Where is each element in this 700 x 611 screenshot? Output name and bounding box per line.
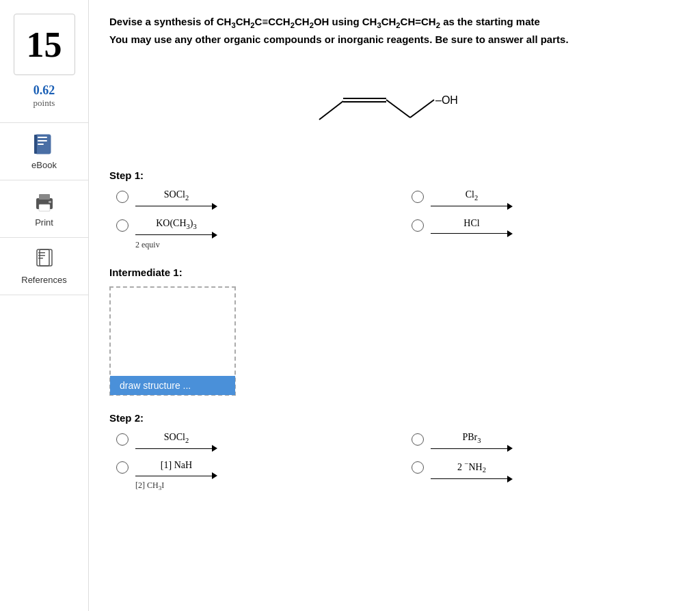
sidebar-item-ebook[interactable]: eBook: [0, 122, 88, 180]
step2-option-socl2: SOCl2: [116, 432, 384, 452]
step1-option-hcl: HCl: [412, 218, 679, 250]
step2-reagent-pbr3: PBr3: [431, 432, 513, 452]
draw-structure-box[interactable]: draw structure ...: [109, 286, 236, 396]
step2-arrow-nh2: [431, 476, 513, 483]
step2-reagent-nh2-text: 2 −NH2: [457, 460, 486, 474]
step1-radio-koch3[interactable]: [116, 219, 129, 232]
svg-rect-2: [38, 140, 47, 141]
step2-reagent-socl2: SOCl2: [135, 432, 217, 452]
svg-rect-1: [38, 137, 47, 138]
svg-rect-11: [38, 252, 45, 254]
step1-radio-hcl[interactable]: [412, 219, 424, 232]
step2-option-nah: [1] NaH [2] CH3I: [116, 460, 384, 491]
step2-reagent-ch3i-text: [2] CH3I: [135, 480, 164, 491]
print-label: Print: [35, 217, 53, 228]
intermediate1-label: Intermediate 1:: [109, 267, 679, 278]
step1-reagent-koch3-text: KO(CH3)3: [156, 218, 197, 230]
molecule-diagram: –OH: [109, 62, 679, 150]
ebook-label: eBook: [31, 160, 57, 170]
svg-rect-13: [38, 258, 43, 259]
step1-reagent-cl2-text: Cl2: [466, 189, 478, 202]
svg-rect-4: [34, 135, 37, 154]
draw-btn-label: draw structure ...: [120, 380, 191, 391]
draw-structure-button[interactable]: draw structure ...: [110, 376, 235, 395]
step2-reagent-nh2: 2 −NH2: [431, 460, 513, 482]
question-text: Devise a synthesis of CH3CH2C≡CCH2CH2OH …: [109, 14, 679, 48]
svg-rect-3: [38, 144, 44, 145]
step1-arrow-cl2: [431, 203, 513, 210]
svg-rect-7: [39, 204, 50, 211]
step1-reagent-cl2: Cl2: [431, 189, 513, 210]
step2-section: Step 2: SOCl2: [109, 412, 679, 492]
points-block: 0.62 points: [33, 83, 55, 109]
book-icon: [32, 133, 57, 157]
points-label: points: [33, 98, 55, 109]
print-icon: [32, 190, 57, 215]
intermediate1-section: Intermediate 1: draw structure ...: [109, 267, 679, 396]
step2-arrow-pbr3: [431, 445, 513, 452]
step1-option-socl2: SOCl2: [116, 189, 384, 210]
step1-option-cl2: Cl2: [412, 189, 679, 210]
step2-reagent-nah: [1] NaH [2] CH3I: [135, 460, 217, 491]
step1-equiv-text: 2 equiv: [135, 240, 160, 250]
sidebar-item-references[interactable]: References: [0, 237, 88, 295]
step2-reagent-nah-text: [1] NaH: [161, 460, 192, 471]
step1-section: Step 1: SOCl2: [109, 169, 679, 250]
step1-label: Step 1:: [109, 169, 679, 181]
step1-radio-socl2[interactable]: [116, 191, 129, 203]
step1-reagent-hcl-text: HCl: [463, 218, 479, 229]
step2-options: SOCl2 PBr3: [116, 432, 679, 492]
step1-arrow-hcl: [431, 230, 513, 237]
svg-line-14: [319, 101, 343, 120]
references-icon: [32, 247, 57, 272]
step2-reagent-socl2-text: SOCl2: [164, 432, 189, 444]
svg-rect-6: [39, 194, 50, 200]
step2-option-nh2: 2 −NH2: [412, 460, 679, 491]
points-value: 0.62: [33, 83, 55, 98]
svg-line-18: [410, 100, 434, 118]
step2-reagent-pbr3-text: PBr3: [462, 432, 481, 444]
problem-number-text: 15: [27, 25, 62, 65]
step1-reagent-koch3: KO(CH3)3 2 equiv: [135, 218, 217, 250]
step2-option-pbr3: PBr3: [412, 432, 679, 452]
svg-rect-8: [49, 201, 51, 203]
step2-radio-socl2[interactable]: [116, 433, 129, 446]
step1-reagent-socl2: SOCl2: [135, 189, 217, 210]
svg-line-17: [386, 100, 410, 118]
problem-number: 15: [14, 14, 75, 75]
step2-radio-pbr3[interactable]: [412, 433, 424, 446]
references-label: References: [21, 275, 66, 285]
step1-arrow-socl2: [135, 203, 217, 210]
step1-option-koch3: KO(CH3)3 2 equiv: [116, 218, 384, 250]
step1-reagent-hcl: HCl: [431, 218, 513, 237]
sidebar-item-print[interactable]: Print: [0, 180, 88, 237]
step2-arrow-nah: [135, 472, 217, 479]
sidebar: 15 0.62 points eBook: [0, 0, 89, 611]
step2-radio-nh2[interactable]: [412, 461, 424, 474]
step2-arrow-socl2: [135, 445, 217, 452]
step1-radio-cl2[interactable]: [412, 191, 424, 203]
step1-arrow-koch3: [135, 232, 217, 239]
step1-reagent-socl2-text: SOCl2: [164, 189, 189, 202]
step2-label: Step 2:: [109, 412, 679, 424]
step2-radio-nah[interactable]: [116, 461, 129, 474]
svg-text:–OH: –OH: [435, 94, 458, 106]
svg-rect-12: [38, 255, 45, 256]
main-content: Devise a synthesis of CH3CH2C≡CCH2CH2OH …: [89, 0, 700, 611]
step1-options: SOCl2 Cl2: [116, 189, 679, 250]
